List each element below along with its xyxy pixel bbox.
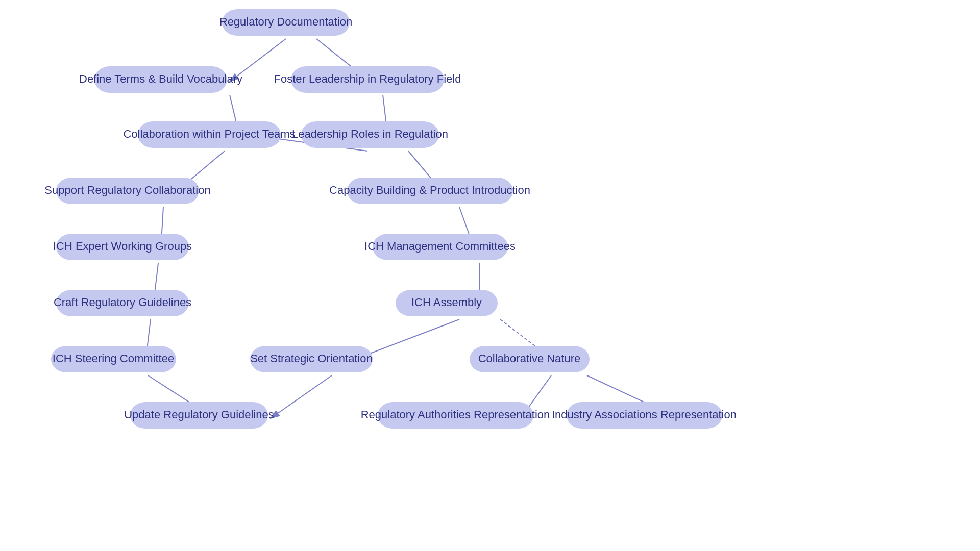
label-ich-management: ICH Management Committees	[364, 240, 516, 253]
label-collaboration-project: Collaboration within Project Teams	[123, 128, 295, 140]
label-define-terms: Define Terms & Build Vocabulary	[79, 72, 242, 85]
label-craft-regulatory: Craft Regulatory Guidelines	[54, 296, 191, 309]
label-set-strategic: Set Strategic Orientation	[250, 352, 373, 365]
label-ich-steering: ICH Steering Committee	[53, 352, 174, 365]
label-foster-leadership: Foster Leadership in Regulatory Field	[274, 72, 461, 85]
label-leadership-roles: Leadership Roles in Regulation	[292, 128, 448, 140]
label-collaborative-nature: Collaborative Nature	[478, 352, 581, 365]
label-ich-expert: ICH Expert Working Groups	[53, 240, 192, 253]
label-capacity-building: Capacity Building & Product Introduction	[329, 184, 530, 196]
label-industry-associations: Industry Associations Representation	[552, 408, 737, 421]
diagram: Regulatory Documentation Define Terms & …	[0, 0, 980, 551]
arrow-ss-ur	[271, 375, 332, 418]
label-support-regulatory: Support Regulatory Collaboration	[44, 184, 210, 196]
label-regulatory-authorities: Regulatory Authorities Representation	[361, 408, 550, 421]
label-regulatory-documentation: Regulatory Documentation	[219, 15, 352, 28]
label-update-regulatory: Update Regulatory Guidelines	[124, 408, 274, 421]
label-ich-assembly: ICH Assembly	[411, 296, 482, 309]
